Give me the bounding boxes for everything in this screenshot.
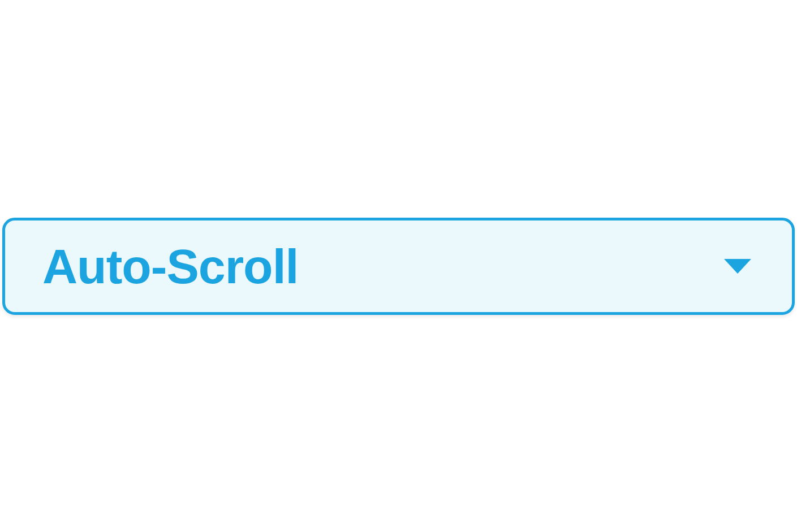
dropdown-label: Auto-Scroll <box>42 242 298 291</box>
caret-down-icon <box>724 259 751 274</box>
dropdown-container: Auto-Scroll <box>0 218 797 315</box>
auto-scroll-dropdown[interactable]: Auto-Scroll <box>2 218 795 315</box>
